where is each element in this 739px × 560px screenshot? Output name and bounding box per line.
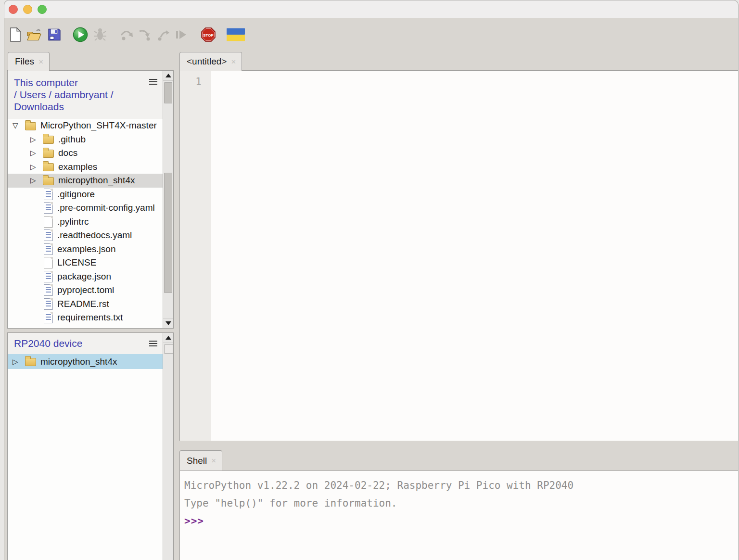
tree-row-selected[interactable]: micropython_sht4x — [8, 174, 163, 188]
files-panel: This computer / Users / adambryant / Dow… — [7, 70, 174, 329]
tree-row[interactable]: docs — [8, 146, 163, 160]
editor-area[interactable] — [211, 71, 738, 441]
line-number-gutter: 1 — [180, 71, 211, 441]
shell-prompt[interactable]: >>> — [184, 512, 738, 530]
window-controls — [4, 5, 47, 14]
tree-row[interactable]: requirements.txt — [8, 311, 163, 325]
tab-shell[interactable]: Shell — [179, 450, 222, 471]
breadcrumb-line-2[interactable]: / Users / adambryant / — [14, 89, 157, 101]
step-over-button — [120, 28, 133, 41]
chevron-collapsed-icon[interactable] — [30, 135, 43, 144]
files-path-breadcrumb: This computer / Users / adambryant / Dow… — [8, 71, 173, 119]
tree-row[interactable]: README.rst — [8, 297, 163, 311]
toolbar: STOP — [4, 18, 738, 51]
device-tree: micropython_sht4x — [8, 354, 163, 560]
tree-row[interactable]: pyproject.toml — [8, 283, 163, 297]
shell-help-line: Type "help()" for more information. — [184, 495, 738, 512]
tree-row[interactable]: .pre-commit-config.yaml — [8, 201, 163, 215]
tree-row[interactable]: LICENSE — [8, 256, 163, 270]
tree-row[interactable]: package.json — [8, 270, 163, 284]
arrow-down-icon — [166, 321, 171, 325]
editor-panel: 1 — [179, 70, 738, 441]
text-file-icon — [44, 229, 53, 241]
folder-icon — [43, 136, 54, 144]
tree-row[interactable]: .pylintrc — [8, 215, 163, 229]
resume-button — [175, 28, 187, 41]
step-over-icon — [120, 28, 133, 41]
breadcrumb-line-3[interactable]: Downloads — [14, 101, 157, 113]
tab-files[interactable]: Files — [8, 52, 50, 71]
new-file-button[interactable] — [10, 27, 21, 42]
text-file-icon — [44, 298, 53, 310]
minimize-button[interactable] — [23, 5, 32, 14]
tree-row[interactable]: examples.json — [8, 242, 163, 256]
close-button[interactable] — [9, 5, 18, 14]
breadcrumb-line-1[interactable]: This computer — [14, 76, 157, 89]
text-file-icon — [44, 271, 53, 282]
titlebar — [4, 0, 738, 18]
save-file-button[interactable] — [48, 28, 61, 41]
scrollbar-thumb[interactable] — [164, 173, 172, 293]
tab-shell-label: Shell — [187, 456, 207, 466]
chevron-collapsed-icon[interactable] — [30, 163, 43, 171]
plain-file-icon — [44, 257, 53, 268]
step-into-icon — [138, 28, 152, 41]
stop-sign-icon: STOP — [201, 27, 216, 42]
close-tab-icon[interactable] — [231, 58, 236, 66]
folder-icon — [43, 150, 54, 158]
tree-row[interactable]: .readthedocs.yaml — [8, 229, 163, 242]
scroll-up-button[interactable] — [163, 71, 173, 81]
zoom-button[interactable] — [38, 5, 47, 14]
run-button[interactable] — [73, 27, 88, 42]
shell-panel[interactable]: MicroPython v1.22.2 on 2024-02-22; Raspb… — [179, 471, 738, 560]
shell-output: MicroPython v1.22.2 on 2024-02-22; Raspb… — [180, 471, 738, 530]
arrow-up-icon — [166, 336, 171, 340]
text-file-icon — [44, 312, 53, 323]
files-tree: MicroPython_SHT4X-master .github docs ex… — [8, 119, 163, 328]
open-file-button[interactable] — [26, 28, 42, 41]
tree-row[interactable]: .gitignore — [8, 188, 163, 202]
device-header-label[interactable]: RP2040 device — [14, 338, 82, 349]
thonny-window: STOP Files This computer / Users / adamb… — [4, 0, 739, 560]
device-menu-icon[interactable] — [149, 341, 157, 347]
tab-editor-label: <untitled> — [187, 56, 227, 67]
scroll-down-button[interactable] — [163, 318, 173, 328]
close-tab-icon[interactable] — [211, 457, 216, 465]
ukraine-flag-button[interactable] — [227, 28, 245, 41]
tree-row-selected[interactable]: micropython_sht4x — [8, 354, 163, 369]
tree-row[interactable]: examples — [8, 160, 163, 174]
device-panel-header: RP2040 device — [8, 333, 173, 354]
resume-icon — [175, 28, 187, 41]
text-file-icon — [44, 202, 53, 214]
tab-editor-untitled[interactable]: <untitled> — [179, 52, 242, 71]
chevron-collapsed-icon[interactable] — [30, 176, 43, 185]
tree-row[interactable]: MicroPython_SHT4X-master — [8, 119, 163, 133]
scroll-up-button[interactable] — [163, 333, 173, 343]
files-scrollbar[interactable] — [163, 71, 173, 328]
device-scrollbar[interactable] — [163, 333, 173, 560]
scrollbar-thumb[interactable] — [164, 82, 172, 103]
stop-restart-button[interactable]: STOP — [201, 27, 216, 42]
chevron-collapsed-icon[interactable] — [13, 357, 25, 366]
step-out-button — [156, 28, 170, 41]
debug-bug-icon — [94, 27, 106, 42]
text-file-icon — [44, 284, 53, 296]
step-out-icon — [156, 28, 170, 41]
scrollbar-thumb[interactable] — [164, 344, 173, 354]
text-file-icon — [44, 189, 53, 200]
close-tab-icon[interactable] — [38, 58, 43, 66]
folder-icon — [43, 177, 54, 185]
run-play-icon — [73, 27, 88, 42]
files-menu-icon[interactable] — [149, 79, 157, 85]
new-file-icon — [10, 27, 21, 42]
device-files-panel: RP2040 device micropython_sht4x — [7, 332, 174, 560]
folder-icon — [25, 122, 36, 130]
tree-row[interactable]: .github — [8, 133, 163, 147]
arrow-up-icon — [166, 74, 171, 77]
chevron-expanded-icon[interactable] — [13, 121, 25, 130]
tab-files-label: Files — [15, 56, 34, 67]
line-number: 1 — [180, 71, 211, 88]
chevron-collapsed-icon[interactable] — [30, 149, 43, 157]
debug-button — [94, 27, 106, 42]
svg-text:STOP: STOP — [203, 33, 214, 38]
